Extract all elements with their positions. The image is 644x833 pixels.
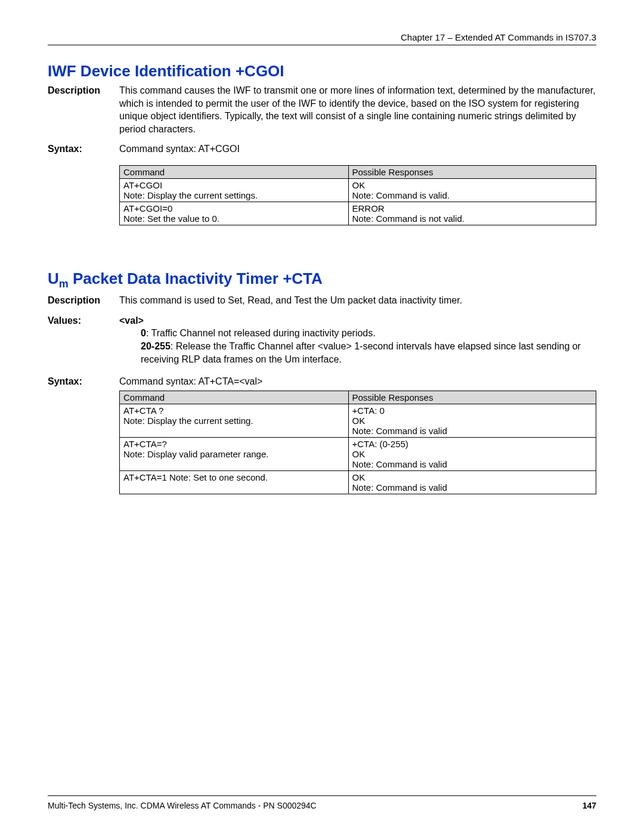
table-row: AT+CTA=?Note: Display valid parameter ra… xyxy=(120,437,596,470)
values-body: <val> 0: Traffic Channel not released du… xyxy=(119,314,596,366)
td: AT+CTA=?Note: Display valid parameter ra… xyxy=(120,437,349,470)
td: AT+CTA=1 Note: Set to one second. xyxy=(120,470,349,494)
desc-row-cta: Description This command is used to Set,… xyxy=(48,294,596,307)
title-post: Packet Data Inactivity Timer +CTA xyxy=(69,270,323,287)
v0-text: : Traffic Channel not released during in… xyxy=(146,328,376,338)
section-title-cgoi: IWF Device Identification +CGOI xyxy=(48,62,596,80)
th-command: Command xyxy=(120,165,349,178)
table-cgoi-wrap: Command Possible Responses AT+CGOINote: … xyxy=(119,165,596,225)
v1-bold: 20-255 xyxy=(141,341,171,351)
td: AT+CTA ?Note: Display the current settin… xyxy=(120,404,349,437)
chapter-header: Chapter 17 – Extended AT Commands in IS7… xyxy=(48,32,596,45)
section-title-cta: Um Packet Data Inactivity Timer +CTA xyxy=(48,270,596,290)
desc-row-cgoi: Description This command causes the IWF … xyxy=(48,84,596,135)
footer-text: Multi-Tech Systems, Inc. CDMA Wireless A… xyxy=(48,801,317,810)
td: +CTA: 0OKNote: Command is valid xyxy=(348,404,596,437)
syntax-label: Syntax: xyxy=(48,375,119,388)
table-row: AT+CGOINote: Display the current setting… xyxy=(120,178,596,202)
table-cgoi: Command Possible Responses AT+CGOINote: … xyxy=(119,165,596,225)
values-label: Values: xyxy=(48,314,119,366)
td: OKNote: Command is valid. xyxy=(348,178,596,202)
value-line-1: 20-255: Release the Traffic Channel afte… xyxy=(119,340,596,366)
content: IWF Device Identification +CGOI Descript… xyxy=(48,45,596,494)
table-header-row: Command Possible Responses xyxy=(120,165,596,178)
desc-label: Description xyxy=(48,294,119,307)
th-responses: Possible Responses xyxy=(348,165,596,178)
table-row: AT+CTA ?Note: Display the current settin… xyxy=(120,404,596,437)
syntax-row-cgoi: Syntax: Command syntax: AT+CGOI xyxy=(48,143,596,156)
value-line-0: 0: Traffic Channel not released during i… xyxy=(119,327,596,340)
values-header: <val> xyxy=(119,314,596,327)
table-header-row: Command Possible Responses xyxy=(120,391,596,404)
table-cta: Command Possible Responses AT+CTA ?Note:… xyxy=(119,391,596,494)
td: +CTA: (0-255)OKNote: Command is valid xyxy=(348,437,596,470)
th-responses: Possible Responses xyxy=(348,391,596,404)
values-row-cta: Values: <val> 0: Traffic Channel not rel… xyxy=(48,314,596,366)
td: OKNote: Command is valid xyxy=(348,470,596,494)
footer: Multi-Tech Systems, Inc. CDMA Wireless A… xyxy=(48,795,596,810)
title-sub: m xyxy=(59,278,69,290)
title-pre: U xyxy=(48,270,59,287)
v1-text: : Release the Traffic Channel after <val… xyxy=(141,341,581,364)
syntax-text: Command syntax: AT+CTA=<val> xyxy=(119,375,596,388)
td: AT+CGOINote: Display the current setting… xyxy=(120,178,349,202)
v0-bold: 0 xyxy=(141,328,146,338)
syntax-text: Command syntax: AT+CGOI xyxy=(119,143,596,156)
table-row: AT+CTA=1 Note: Set to one second. OKNote… xyxy=(120,470,596,494)
desc-label: Description xyxy=(48,84,119,135)
page: Chapter 17 – Extended AT Commands in IS7… xyxy=(0,0,644,833)
syntax-row-cta: Syntax: Command syntax: AT+CTA=<val> xyxy=(48,375,596,388)
table-row: AT+CGOI=0Note: Set the value to 0. ERROR… xyxy=(120,202,596,225)
td: ERRORNote: Command is not valid. xyxy=(348,202,596,225)
page-number: 147 xyxy=(583,801,596,810)
desc-text: This command is used to Set, Read, and T… xyxy=(119,294,596,307)
table-cta-wrap: Command Possible Responses AT+CTA ?Note:… xyxy=(119,391,596,494)
th-command: Command xyxy=(120,391,349,404)
desc-text: This command causes the IWF to transmit … xyxy=(119,84,596,135)
syntax-label: Syntax: xyxy=(48,143,119,156)
td: AT+CGOI=0Note: Set the value to 0. xyxy=(120,202,349,225)
